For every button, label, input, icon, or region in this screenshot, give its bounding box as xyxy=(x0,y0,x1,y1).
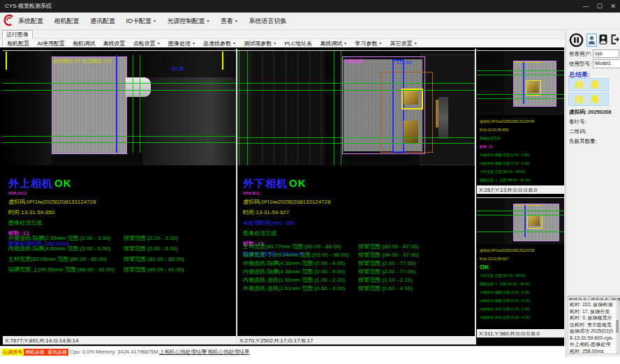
status-log-text: 耗时: 222, 纵隔检测耗时: 17, 纵隔分类耗时: 0, 纵隔视觉分区耗时… xyxy=(570,301,614,354)
machine-reflection xyxy=(438,97,448,139)
user-login-icon[interactable] xyxy=(586,33,597,47)
pixel-coordinate-bar: X:311;Y:980;R:0;G:0;B:0 xyxy=(477,329,564,338)
measurement-row: 外侧直线-直线(2.61mm 范围:(0.60 - 4.00)报警范围:(0.6… xyxy=(243,285,473,293)
yellow-overlay-line xyxy=(515,62,542,63)
machine-edge-zone xyxy=(237,51,251,165)
processing-done: 图像处理完成 xyxy=(8,219,96,227)
log-scrollbar[interactable] xyxy=(616,301,619,354)
log-scrollbar-thumb[interactable] xyxy=(616,320,619,333)
menu-bar: 系统配置 相机配置 通讯配置 IO卡配置▼ 光源控制配置▼ 查看▼ 系统语言切换 xyxy=(0,13,620,30)
camera-image-outer-upper[interactable]: 静态阈值:93, 动态阈值:100 83.05 xyxy=(3,50,236,165)
chevron-down-icon: ▼ xyxy=(232,41,236,45)
measurement-row: 内侧直线-直线(1.90mm 范围:(1.00 - 2.20)报警范围:(1.1… xyxy=(243,276,473,285)
baseline-h xyxy=(237,143,475,144)
user-dark-icon[interactable] xyxy=(599,34,607,47)
baseline-h xyxy=(3,83,236,84)
upper-camera-result-link[interactable]: 上相机心拍处理结果 xyxy=(159,349,207,356)
minimize-button[interactable]: — xyxy=(582,3,589,10)
baseline-h xyxy=(477,215,564,215)
menu-item-io-card-config[interactable]: IO卡配置▼ xyxy=(126,13,156,29)
application-window: CYS-视觉检测系统 — ☐ ✕ 系统配置 相机配置 通讯配置 IO卡配置▼ 光… xyxy=(0,0,620,364)
heartbeat-badge: 心跳信号 xyxy=(1,349,24,356)
comm-connection-badge: 通讯连接 xyxy=(46,349,68,356)
result-box-upper: 结 果 xyxy=(568,78,609,91)
menu-item-comm-config[interactable]: 通讯配置 xyxy=(90,13,115,29)
app-logo-icon xyxy=(3,14,15,30)
metal-tab xyxy=(404,121,418,143)
qr-code-label: 二维码: xyxy=(569,128,586,135)
baseline-h xyxy=(237,137,475,138)
chevron-down-icon: ▼ xyxy=(207,19,210,23)
metal-tab xyxy=(527,82,538,93)
close-button[interactable]: ✕ xyxy=(610,3,616,10)
ai-box-label: AI检测框 xyxy=(344,58,364,65)
baseline-h xyxy=(477,232,564,232)
measure-line-blue xyxy=(523,62,524,104)
baseline-h xyxy=(477,94,564,95)
capture-time: 时间:13-31-59-627 xyxy=(243,208,330,216)
negative-tab-count-label: 负极耳数量: xyxy=(569,138,597,145)
thumbnail-view-2[interactable] xyxy=(477,197,564,244)
baseline-h xyxy=(477,211,564,211)
chevron-down-icon: ▼ xyxy=(344,41,347,45)
lower-camera-result-link[interactable]: 下相机心拍处理结果 xyxy=(202,349,250,356)
baseline-h xyxy=(477,75,564,75)
yellow-overlay-line xyxy=(515,205,542,206)
baseline-h xyxy=(477,98,564,99)
menu-item-camera-config[interactable]: 相机配置 xyxy=(54,13,80,29)
measurement-row: 内侧直线-隔膜(4.60mm 范围:(3.00 - 6.00)报警范围:(0.0… xyxy=(8,245,236,255)
virtual-code-value: 虚拟码: 20250208 xyxy=(569,109,611,116)
camera-name: 外下相机 xyxy=(243,177,288,189)
camera-view-outer-upper[interactable]: 静态阈值:93, 动态阈值:100 83.05 外上相机OK M58.0011 … xyxy=(3,49,236,344)
result-box-lower: 结 果 xyxy=(568,93,609,106)
baseline-h xyxy=(237,83,475,84)
menu-item-view[interactable]: 查看▼ xyxy=(221,13,238,29)
reel-number-label: 卷针号: xyxy=(569,119,586,126)
camera-image-outer-lower[interactable]: AI检测框 123.80 xyxy=(237,50,475,165)
panel-divider xyxy=(475,49,476,344)
thumbnail-column: 虚拟码:0FI1iw20250208133124728 时间:13-31-59-… xyxy=(477,49,564,344)
thumbnail-result-text: 虚拟码:0FI1iw20250208133124728 时间:13-31-59-… xyxy=(480,117,534,184)
status-bar: 心跳信号 相机连接 通讯连接 Cpu: 0.0% Memory: 3424.41… xyxy=(0,346,566,358)
baseline-h xyxy=(477,70,564,71)
camera-view-outer-lower[interactable]: AI检测框 123.80 外下相机OK M58.B(1) 虚拟码:0FI1iw2… xyxy=(237,49,475,344)
measurement-row: 主料宽度(83.77mm 范围:(82.00 - 88.00)报警范围:(83.… xyxy=(243,243,473,251)
model-input[interactable]: Model1 xyxy=(593,59,620,68)
model-label: 使用型号: xyxy=(569,61,591,68)
login-user-label: 登录用户: xyxy=(569,51,591,58)
tab-strip: 运行图像 xyxy=(0,30,566,38)
chevron-down-icon: ▼ xyxy=(192,41,195,45)
maximize-button[interactable]: ☐ xyxy=(597,3,603,10)
metal-tab xyxy=(404,91,418,105)
camera-name: 外上相机 xyxy=(8,177,53,189)
logout-door-icon[interactable] xyxy=(610,34,620,47)
processing-done: 图像处理完成 xyxy=(243,229,330,237)
pixel-coordinate-bar: X:7677;Y:891;R:14;G:14;B:14 xyxy=(3,336,236,344)
cpu-memory-text: Cpu: 0.0% Memory: 3424.41796875M xyxy=(70,349,158,356)
pause-button[interactable] xyxy=(569,33,584,50)
metal-tab xyxy=(529,216,540,226)
window-title: CYS-视觉检测系统 xyxy=(5,0,52,13)
yellow-marker-right xyxy=(222,52,223,70)
measure-line-blue xyxy=(524,205,526,237)
menu-item-light-control-config[interactable]: 光源控制配置▼ xyxy=(168,13,210,29)
menu-item-system-config[interactable]: 系统配置 xyxy=(18,13,43,29)
measurement-row: 外侧直线-隔膜(4.38mm 范围:(0.00 - 9.00)报警范围:(2.0… xyxy=(243,259,473,268)
status-ok: OK xyxy=(289,177,307,189)
menu-item-language-switch[interactable]: 系统语言切换 xyxy=(249,13,286,29)
login-user-value[interactable]: cys xyxy=(593,50,619,58)
thumbnail-view-1[interactable] xyxy=(477,50,564,115)
width-value-overlay: 83.05 xyxy=(172,66,184,71)
baseline-h xyxy=(3,90,236,91)
measurement-rows: 主料宽度(83.77mm 范围:(82.00 - 88.00)报警范围:(83.… xyxy=(243,243,473,293)
baseline-h xyxy=(237,90,475,91)
measurement-row: 内侧直线-隔膜(4.38mm 范围:(0.00 - 9.00)报警范围:(2.0… xyxy=(243,268,473,276)
status-ok: OK xyxy=(54,177,72,189)
baseline-v xyxy=(341,51,341,165)
thumbnail-result-text: 虚拟码:0FI1iw20250208133124728 时间:13-31-59-… xyxy=(480,246,534,321)
baseline-v xyxy=(133,55,133,153)
baseline-v xyxy=(334,51,334,165)
baseline-h xyxy=(3,142,236,143)
measure-line-blue xyxy=(116,55,117,153)
status-log-box[interactable]: 耗时: 222, 纵隔检测耗时: 17, 纵隔分类耗时: 0, 纵隔视觉分区耗时… xyxy=(568,300,619,354)
